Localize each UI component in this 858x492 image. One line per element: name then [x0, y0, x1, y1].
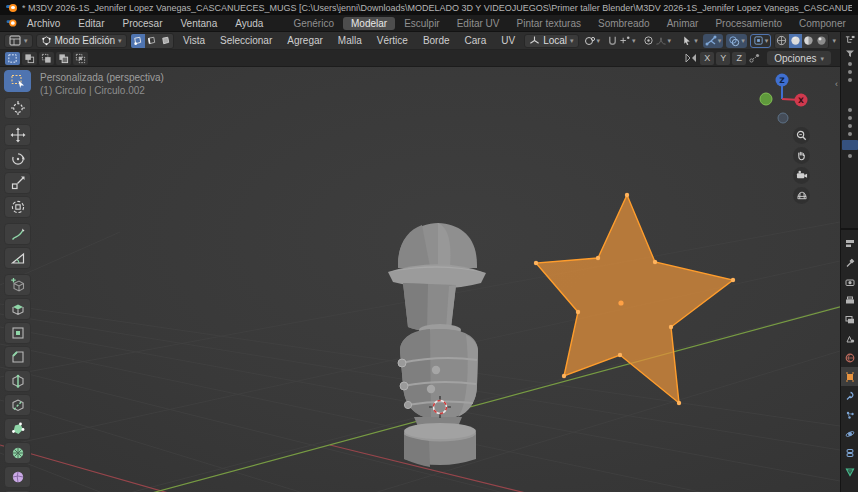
transform-orientation-dropdown[interactable]: Local ▾: [524, 34, 578, 48]
menu-ventana[interactable]: Ventana: [173, 17, 226, 30]
pan-hand-button[interactable]: [793, 147, 810, 164]
menu-ayuda[interactable]: Ayuda: [227, 17, 271, 30]
tool-smooth-button[interactable]: [4, 466, 31, 488]
selectability-visibility-dropdown[interactable]: ▾: [679, 34, 700, 48]
tool-annotate-button[interactable]: [4, 223, 31, 245]
tab-constraints[interactable]: [841, 443, 858, 462]
xray-toggle[interactable]: ▾: [750, 34, 772, 48]
mode-selector[interactable]: Modo Edición ▾: [36, 34, 127, 48]
tool-select-box-button[interactable]: [4, 70, 31, 92]
workspace-tab-sombreado[interactable]: Sombreado: [590, 17, 658, 30]
proportional-editing-dropdown[interactable]: ▾: [641, 34, 674, 48]
tab-output[interactable]: [841, 291, 858, 310]
workspace-tab-pintar-texturas[interactable]: Pintar texturas: [509, 17, 589, 30]
menu-vertice[interactable]: Vértice: [371, 35, 414, 46]
select-mode-extend-button[interactable]: [22, 52, 37, 65]
tool-inset-faces-button[interactable]: [4, 322, 31, 344]
tab-tool[interactable]: [841, 253, 858, 272]
tool-knife-button[interactable]: [4, 394, 31, 416]
outliner-item-dot[interactable]: [848, 132, 852, 136]
sidebar-collapse-arrow[interactable]: ‹: [835, 79, 838, 89]
face-select-button[interactable]: [159, 34, 173, 48]
tab-modifiers[interactable]: [841, 386, 858, 405]
navigation-gizmo[interactable]: Z X: [756, 71, 812, 127]
mirror-y-button[interactable]: Y: [716, 52, 730, 65]
menu-procesar[interactable]: Procesar: [114, 17, 170, 30]
mirror-icon[interactable]: [684, 52, 698, 64]
tab-object[interactable]: [841, 367, 858, 386]
tab-view-layer[interactable]: [841, 310, 858, 329]
snapping-dropdown[interactable]: ▾: [605, 34, 638, 48]
outliner-editor-icon[interactable]: [844, 35, 855, 45]
shading-wireframe-button[interactable]: [775, 34, 788, 48]
menu-cara[interactable]: Cara: [459, 35, 493, 46]
workspace-tab-generico[interactable]: Genérico: [285, 17, 342, 30]
camera-view-button[interactable]: [793, 167, 810, 184]
tool-scale-button[interactable]: [4, 172, 31, 194]
snap-falloff-icon[interactable]: [748, 52, 761, 64]
tool-add-primitive-button[interactable]: [4, 274, 31, 296]
shading-dropdown[interactable]: ▾: [832, 37, 836, 44]
workspace-tab-modelar[interactable]: Modelar: [343, 17, 395, 30]
shading-material-button[interactable]: [802, 34, 815, 48]
tool-transform-button[interactable]: [4, 196, 31, 218]
menu-malla[interactable]: Malla: [332, 35, 368, 46]
shading-rendered-button[interactable]: [815, 34, 828, 48]
select-mode-set-button[interactable]: [5, 52, 20, 65]
edge-select-button[interactable]: [145, 34, 159, 48]
menu-vista[interactable]: Vista: [177, 35, 211, 46]
outliner-item-dot[interactable]: [848, 108, 852, 112]
tab-scene[interactable]: [841, 329, 858, 348]
shading-solid-button[interactable]: [789, 34, 802, 48]
tool-bevel-button[interactable]: [4, 346, 31, 368]
viewport-3d[interactable]: Personalizada (perspectiva) (1) Circulo …: [0, 67, 840, 492]
tab-particles[interactable]: [841, 405, 858, 424]
select-mode-subtract-button[interactable]: [39, 52, 54, 65]
menu-editar[interactable]: Editar: [70, 17, 112, 30]
menu-borde[interactable]: Borde: [417, 35, 456, 46]
mirror-z-button[interactable]: Z: [732, 52, 746, 65]
select-mode-invert-button[interactable]: [56, 52, 71, 65]
workspace-tab-procesamiento[interactable]: Procesamiento: [707, 17, 790, 30]
pivot-point-dropdown[interactable]: ▾: [582, 34, 603, 48]
outliner-item-dot[interactable]: [848, 62, 852, 66]
editor-type-button[interactable]: ▾: [4, 34, 33, 48]
outliner-item-dot[interactable]: [848, 116, 852, 120]
tool-extrude-region-button[interactable]: [4, 298, 31, 320]
workspace-tab-esculpir[interactable]: Esculpir: [396, 17, 448, 30]
outliner-sliver[interactable]: [841, 32, 858, 230]
vertex-select-button[interactable]: [131, 34, 145, 48]
outliner-item-dot[interactable]: [848, 78, 852, 82]
overlays-dropdown[interactable]: ▾: [726, 34, 747, 48]
app-menu-icon[interactable]: [7, 19, 17, 26]
tool-cursor-button[interactable]: [4, 97, 31, 119]
tool-measure-button[interactable]: [4, 247, 31, 269]
workspace-tab-editar-uv[interactable]: Editar UV: [449, 17, 508, 30]
tab-physics[interactable]: [841, 424, 858, 443]
tab-world[interactable]: [841, 348, 858, 367]
tab-render[interactable]: [841, 272, 858, 291]
menu-agregar[interactable]: Agregar: [281, 35, 329, 46]
tab-object-data[interactable]: [841, 462, 858, 481]
filter-icon[interactable]: [845, 49, 855, 58]
outliner-item-dot[interactable]: [848, 154, 852, 158]
tool-move-button[interactable]: [4, 124, 31, 146]
tool-loop-cut-button[interactable]: [4, 370, 31, 392]
select-mode-intersect-button[interactable]: [73, 52, 88, 65]
menu-archivo[interactable]: Archivo: [19, 17, 68, 30]
workspace-tab-componer[interactable]: Componer: [791, 17, 854, 30]
properties-editor-icon[interactable]: [841, 234, 858, 253]
outliner-item-dot[interactable]: [848, 70, 852, 74]
options-dropdown[interactable]: Opciones ▾: [767, 51, 831, 65]
menu-seleccionar[interactable]: Seleccionar: [214, 35, 278, 46]
mirror-x-button[interactable]: X: [700, 52, 714, 65]
tool-spin-button[interactable]: [4, 442, 31, 464]
zoom-button[interactable]: [793, 127, 810, 144]
outliner-selected-item[interactable]: [842, 140, 858, 150]
outliner-item-dot[interactable]: [848, 124, 852, 128]
gizmos-dropdown[interactable]: ▾: [703, 34, 724, 48]
ortho-perspective-button[interactable]: [793, 187, 810, 204]
tool-rotate-button[interactable]: [4, 148, 31, 170]
menu-uv[interactable]: UV: [495, 35, 521, 46]
tool-poly-build-button[interactable]: [4, 418, 31, 440]
